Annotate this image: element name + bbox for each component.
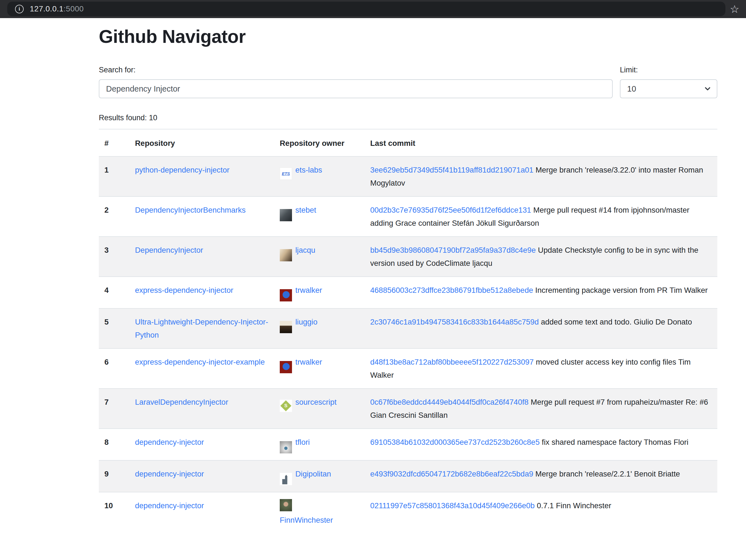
table-row: 10 dependency-injector FinnWinchester 02… — [99, 492, 717, 533]
owner-avatar — [280, 441, 292, 453]
owner-cell: stebet — [274, 197, 365, 237]
owner-cell: FinnWinchester — [274, 492, 365, 533]
owner-link[interactable]: stebet — [295, 206, 316, 214]
repository-link[interactable]: python-dependency-injector — [135, 166, 229, 174]
commit-hash-link[interactable]: bb45d9e3b98608047190bf72a95fa9a37d8c4e9e — [370, 246, 536, 255]
url-bar[interactable]: i 127.0.0.1:5000 — [7, 2, 725, 16]
limit-label: Limit: — [620, 64, 717, 76]
commit-message: added some text and todo. Giulio De Dona… — [539, 318, 692, 326]
row-index: 9 — [99, 460, 130, 492]
page-content: Github Navigator Search for: Limit: 10 R… — [99, 26, 717, 533]
owner-cell: trwalker — [274, 349, 365, 388]
commit-hash-link[interactable]: 2c30746c1a91b4947583416c833b1644a85c759d — [370, 318, 539, 326]
repository-link[interactable]: dependency-injector — [135, 470, 204, 478]
owner-cell: trwalker — [274, 277, 365, 308]
owner-link[interactable]: ets-labs — [295, 166, 322, 174]
table-row: 5 Ultra-Lightweight-Dependency-Injector-… — [99, 308, 717, 349]
owner-cell: ETSets-labs — [274, 156, 365, 197]
owner-cell: Ssourcescript — [274, 388, 365, 429]
search-form: Search for: Limit: 10 — [99, 64, 717, 98]
commit-hash-link[interactable]: d48f13be8ac712abf80bbeeee5f120227d253097 — [370, 358, 534, 366]
owner-avatar: ETS — [280, 168, 292, 180]
owner-link[interactable]: ljacqu — [295, 246, 315, 255]
commit-cell: 69105384b61032d000365ee737cd2523b260c8e5… — [365, 429, 717, 460]
table-row: 2 DependencyInjectorBenchmarks stebet 00… — [99, 197, 717, 237]
star-icon[interactable]: ☆ — [730, 4, 739, 14]
repository-link[interactable]: DependencyInjectorBenchmarks — [135, 206, 246, 214]
commit-message: 0.7.1 Finn Winchester — [535, 501, 611, 510]
owner-link[interactable]: liuggio — [295, 318, 318, 326]
search-label: Search for: — [99, 64, 613, 76]
commit-hash-link[interactable]: 3ee629eb5d7349d55f41b119aff81dd219071a01 — [370, 166, 533, 174]
url-port: :5000 — [63, 4, 84, 13]
table-row: 3 DependencyInjector ljacqu bb45d9e3b986… — [99, 237, 717, 277]
commit-cell: d48f13be8ac712abf80bbeeee5f120227d253097… — [365, 349, 717, 388]
commit-cell: 3ee629eb5d7349d55f41b119aff81dd219071a01… — [365, 156, 717, 197]
commit-cell: bb45d9e3b98608047190bf72a95fa9a37d8c4e9e… — [365, 237, 717, 277]
row-index: 10 — [99, 492, 130, 533]
repository-link[interactable]: LaravelDependencyInjector — [135, 398, 228, 406]
owner-link[interactable]: trwalker — [295, 286, 322, 294]
owner-cell: Digipolitan — [274, 460, 365, 492]
commit-hash-link[interactable]: 02111997e57c85801368f43a10d45f409e266e0b — [370, 501, 535, 510]
owner-cell: tflori — [274, 429, 365, 460]
owner-link[interactable]: tflori — [295, 438, 310, 446]
owner-avatar — [280, 289, 292, 301]
table-header-row: # Repository Repository owner Last commi… — [99, 129, 717, 156]
repository-link[interactable]: dependency-injector — [135, 438, 204, 446]
commit-hash-link[interactable]: 69105384b61032d000365ee737cd2523b260c8e5 — [370, 438, 540, 446]
row-index: 6 — [99, 349, 130, 388]
owner-avatar — [280, 473, 292, 485]
search-input[interactable] — [99, 79, 613, 98]
owner-link[interactable]: Digipolitan — [295, 470, 331, 478]
table-row: 8 dependency-injector tflori 69105384b61… — [99, 429, 717, 460]
commit-message: Incrementing package version from PR Tim… — [533, 286, 708, 294]
url-text[interactable]: 127.0.0.1:5000 — [30, 4, 84, 13]
row-index: 1 — [99, 156, 130, 197]
info-icon[interactable]: i — [15, 5, 24, 13]
commit-hash-link[interactable]: 468856003c273dffce23b86791fbbe512a8ebede — [370, 286, 533, 294]
owner-link[interactable]: FinnWinchester — [280, 516, 333, 524]
owner-link[interactable]: sourcescript — [295, 398, 337, 406]
owner-link[interactable]: trwalker — [295, 358, 322, 366]
row-index: 8 — [99, 429, 130, 460]
repository-link[interactable]: DependencyInjector — [135, 246, 203, 255]
owner-cell: ljacqu — [274, 237, 365, 277]
commit-hash-link[interactable]: e493f9032dfcd65047172b682e8b6eaf22c5bda9 — [370, 470, 533, 478]
row-index: 2 — [99, 197, 130, 237]
owner-avatar — [280, 209, 292, 221]
owner-cell: liuggio — [274, 308, 365, 349]
commit-cell: 2c30746c1a91b4947583416c833b1644a85c759d… — [365, 308, 717, 349]
row-index: 4 — [99, 277, 130, 308]
header-repository: Repository — [130, 129, 274, 156]
page-title: Github Navigator — [99, 26, 717, 47]
repository-link[interactable]: express-dependency-injector-example — [135, 358, 265, 366]
repository-link[interactable]: dependency-injector — [135, 501, 204, 510]
table-row: 9 dependency-injector Digipolitan e493f9… — [99, 460, 717, 492]
row-index: 7 — [99, 388, 130, 429]
commit-hash-link[interactable]: 00d2b3c7e76935d76f25ee50f6d1f2ef6ddce131 — [370, 206, 531, 214]
owner-avatar — [280, 321, 292, 333]
repository-link[interactable]: express-dependency-injector — [135, 286, 233, 294]
commit-message: Merge branch 'release/2.2.1' Benoit Bria… — [533, 470, 680, 478]
header-repository-owner: Repository owner — [274, 129, 365, 156]
commit-hash-link[interactable]: 0c67f6be8eddcd4449eb4044f5df0ca26f4740f8 — [370, 398, 528, 406]
commit-cell: e493f9032dfcd65047172b682e8b6eaf22c5bda9… — [365, 460, 717, 492]
limit-select[interactable]: 10 — [620, 79, 717, 98]
browser-toolbar: i 127.0.0.1:5000 ☆ — [0, 0, 746, 18]
row-index: 5 — [99, 308, 130, 349]
results-table: # Repository Repository owner Last commi… — [99, 129, 717, 533]
commit-cell: 02111997e57c85801368f43a10d45f409e266e0b… — [365, 492, 717, 533]
results-count: Results found: 10 — [99, 112, 717, 123]
header-last-commit: Last commit — [365, 129, 717, 156]
owner-avatar — [280, 249, 292, 261]
repository-link[interactable]: Ultra-Lightweight-Dependency-Injector-Py… — [135, 318, 268, 339]
table-row: 1 python-dependency-injector ETSets-labs… — [99, 156, 717, 197]
commit-cell: 0c67f6be8eddcd4449eb4044f5df0ca26f4740f8… — [365, 388, 717, 429]
owner-avatar — [280, 361, 292, 373]
table-row: 6 express-dependency-injector-example tr… — [99, 349, 717, 388]
table-row: 7 LaravelDependencyInjector Ssourcescrip… — [99, 388, 717, 429]
owner-avatar: S — [280, 400, 292, 412]
table-row: 4 express-dependency-injector trwalker 4… — [99, 277, 717, 308]
owner-avatar — [280, 499, 292, 511]
